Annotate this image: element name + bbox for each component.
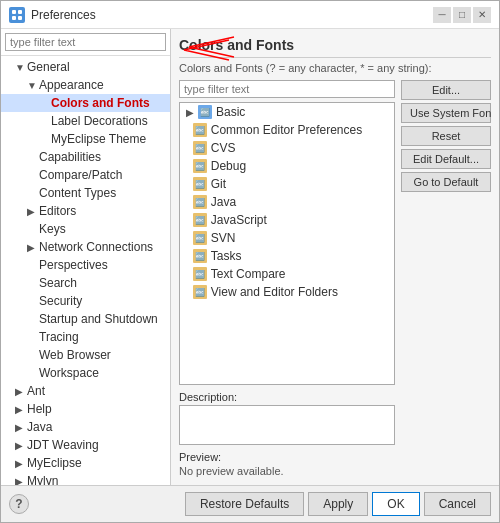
sidebar-item-editors[interactable]: ▶ Editors bbox=[1, 202, 170, 220]
list-item-label: Common Editor Preferences bbox=[211, 123, 362, 137]
sidebar-item-keys[interactable]: Keys bbox=[1, 220, 170, 238]
list-item-label: JavaScript bbox=[211, 213, 267, 227]
item-icon: 🔤 bbox=[193, 231, 207, 245]
list-item-label: Debug bbox=[211, 159, 246, 173]
sidebar-item-content-types[interactable]: Content Types bbox=[1, 184, 170, 202]
fonts-tree-box: ▶ 🔤 Basic 🔤 Common Editor Preferences 🔤 bbox=[179, 102, 395, 385]
window-controls: ─ □ ✕ bbox=[433, 7, 491, 23]
sidebar-item-label: Java bbox=[27, 420, 52, 434]
list-item[interactable]: 🔤 SVN bbox=[180, 229, 394, 247]
list-item-label: View and Editor Folders bbox=[211, 285, 338, 299]
expand-arrow: ▶ bbox=[27, 242, 35, 253]
list-item[interactable]: 🔤 Java bbox=[180, 193, 394, 211]
list-item[interactable]: 🔤 Debug bbox=[180, 157, 394, 175]
expand-arrow bbox=[27, 170, 35, 181]
sidebar-item-colors-fonts[interactable]: Colors and Fonts bbox=[1, 94, 170, 112]
sidebar-item-capabilities[interactable]: Capabilities bbox=[1, 148, 170, 166]
use-system-font-button[interactable]: Use System Font bbox=[401, 103, 491, 123]
sidebar-item-help[interactable]: ▶ Help bbox=[1, 400, 170, 418]
sidebar-item-label: Web Browser bbox=[39, 348, 111, 362]
restore-defaults-button[interactable]: Restore Defaults bbox=[185, 492, 304, 516]
svg-rect-3 bbox=[18, 16, 22, 20]
sidebar-item-label: Search bbox=[39, 276, 77, 290]
item-expand-arrow bbox=[186, 251, 189, 262]
sidebar-item-compare-patch[interactable]: Compare/Patch bbox=[1, 166, 170, 184]
list-item[interactable]: 🔤 JavaScript bbox=[180, 211, 394, 229]
sidebar-item-jdt-weaving[interactable]: ▶ JDT Weaving bbox=[1, 436, 170, 454]
sidebar-item-myeclipse[interactable]: ▶ MyEclipse bbox=[1, 454, 170, 472]
sidebar-item-label: Security bbox=[39, 294, 82, 308]
description-area: Description: bbox=[179, 391, 395, 445]
expand-arrow bbox=[39, 134, 47, 145]
sidebar-item-label: MyEclipse bbox=[27, 456, 82, 470]
sidebar-item-label: Tracing bbox=[39, 330, 79, 344]
sidebar-item-security[interactable]: Security bbox=[1, 292, 170, 310]
list-item-label: Git bbox=[211, 177, 226, 191]
item-icon: 🔤 bbox=[193, 141, 207, 155]
list-item-label: Basic bbox=[216, 105, 245, 119]
sidebar-item-label: Startup and Shutdown bbox=[39, 312, 158, 326]
bottom-left: ? bbox=[9, 494, 29, 514]
reset-button[interactable]: Reset bbox=[401, 126, 491, 146]
sidebar-item-web-browser[interactable]: Web Browser bbox=[1, 346, 170, 364]
help-button[interactable]: ? bbox=[9, 494, 29, 514]
list-item[interactable]: 🔤 Common Editor Preferences bbox=[180, 121, 394, 139]
sidebar-item-network-connections[interactable]: ▶ Network Connections bbox=[1, 238, 170, 256]
sidebar-item-startup-shutdown[interactable]: Startup and Shutdown bbox=[1, 310, 170, 328]
list-item[interactable]: 🔤 View and Editor Folders bbox=[180, 283, 394, 301]
expand-arrow bbox=[27, 296, 35, 307]
list-item-label: SVN bbox=[211, 231, 236, 245]
sidebar-item-tracing[interactable]: Tracing bbox=[1, 328, 170, 346]
sidebar-item-java[interactable]: ▶ Java bbox=[1, 418, 170, 436]
sidebar-item-label: Mylyn bbox=[27, 474, 58, 485]
item-icon: 🔤 bbox=[193, 285, 207, 299]
ok-button[interactable]: OK bbox=[372, 492, 419, 516]
list-item-label: CVS bbox=[211, 141, 236, 155]
expand-arrow: ▶ bbox=[15, 440, 23, 451]
item-expand-arrow bbox=[186, 125, 189, 136]
sidebar-item-mylyn[interactable]: ▶ Mylyn bbox=[1, 472, 170, 485]
item-icon: 🔤 bbox=[198, 105, 212, 119]
title-bar: Preferences ─ □ ✕ bbox=[1, 1, 499, 29]
expand-arrow bbox=[27, 314, 35, 325]
list-item[interactable]: 🔤 Git bbox=[180, 175, 394, 193]
list-item[interactable]: 🔤 CVS bbox=[180, 139, 394, 157]
fonts-tree-panel: ▶ 🔤 Basic 🔤 Common Editor Preferences 🔤 bbox=[179, 80, 395, 477]
expand-arrow: ▶ bbox=[15, 386, 23, 397]
list-item[interactable]: 🔤 Tasks bbox=[180, 247, 394, 265]
sidebar-item-ant[interactable]: ▶ Ant bbox=[1, 382, 170, 400]
sidebar-item-label: JDT Weaving bbox=[27, 438, 99, 452]
go-to-default-button[interactable]: Go to Default bbox=[401, 172, 491, 192]
expand-arrow: ▼ bbox=[15, 62, 23, 73]
panel-body: ▶ 🔤 Basic 🔤 Common Editor Preferences 🔤 bbox=[179, 80, 491, 477]
bottom-right: Restore Defaults Apply OK Cancel bbox=[185, 492, 491, 516]
minimize-button[interactable]: ─ bbox=[433, 7, 451, 23]
expand-arrow: ▶ bbox=[27, 206, 35, 217]
list-item[interactable]: ▶ 🔤 Basic bbox=[180, 103, 394, 121]
apply-button[interactable]: Apply bbox=[308, 492, 368, 516]
item-icon: 🔤 bbox=[193, 213, 207, 227]
sidebar-item-label-decorations[interactable]: Label Decorations bbox=[1, 112, 170, 130]
list-item-label: Text Compare bbox=[211, 267, 286, 281]
sidebar-item-appearance[interactable]: ▼ Appearance bbox=[1, 76, 170, 94]
edit-default-button[interactable]: Edit Default... bbox=[401, 149, 491, 169]
cancel-button[interactable]: Cancel bbox=[424, 492, 491, 516]
list-item[interactable]: 🔤 Text Compare bbox=[180, 265, 394, 283]
sidebar-item-search[interactable]: Search bbox=[1, 274, 170, 292]
right-panel: Colors and Fonts Colors and Fonts (? = a… bbox=[171, 29, 499, 485]
maximize-button[interactable]: □ bbox=[453, 7, 471, 23]
sidebar-item-workspace[interactable]: Workspace bbox=[1, 364, 170, 382]
item-expand-arrow bbox=[186, 269, 189, 280]
expand-arrow bbox=[39, 98, 47, 109]
sidebar-filter-input[interactable] bbox=[5, 33, 166, 51]
item-icon: 🔤 bbox=[193, 159, 207, 173]
fonts-filter-input[interactable] bbox=[179, 80, 395, 98]
expand-arrow bbox=[27, 224, 35, 235]
sidebar-item-general[interactable]: ▼ General bbox=[1, 58, 170, 76]
sidebar-item-label: Appearance bbox=[39, 78, 104, 92]
preview-area: Preview: No preview available. bbox=[179, 451, 395, 477]
sidebar-item-perspectives[interactable]: Perspectives bbox=[1, 256, 170, 274]
edit-button[interactable]: Edit... bbox=[401, 80, 491, 100]
sidebar-item-myeclipse-theme[interactable]: MyEclipse Theme bbox=[1, 130, 170, 148]
close-button[interactable]: ✕ bbox=[473, 7, 491, 23]
